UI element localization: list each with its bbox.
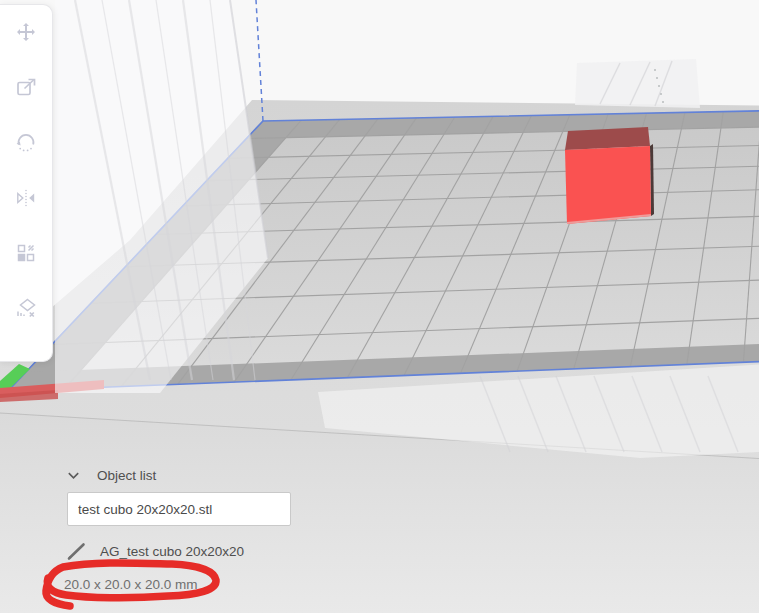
scale-tool-button[interactable] — [11, 76, 41, 100]
model-cube[interactable] — [565, 127, 654, 224]
lay-flat-icon — [14, 296, 38, 320]
lay-flat-tool-button[interactable] — [11, 296, 41, 320]
chevron-down-icon — [66, 468, 81, 483]
dimensions-label: 20.0 x 20.0 x 20.0 mm — [64, 577, 198, 592]
scale-icon — [14, 76, 38, 100]
pencil-icon — [64, 540, 89, 562]
object-name-input[interactable] — [67, 492, 291, 526]
mirror-icon — [14, 186, 38, 210]
move-icon — [14, 21, 38, 45]
rotate-tool-button[interactable] — [11, 131, 41, 155]
object-list-header[interactable]: Object list — [66, 468, 156, 483]
rotate-icon — [14, 131, 38, 155]
part-row[interactable]: AG_test cubo 20x20x20 — [64, 540, 244, 562]
slicer-window: Object list AG_test cubo 20x20x20 20.0 x… — [0, 0, 759, 613]
part-label: AG_test cubo 20x20x20 — [100, 544, 244, 559]
arrange-tool-button[interactable] — [11, 241, 41, 265]
object-list-title: Object list — [97, 468, 156, 483]
mirror-tool-button[interactable] — [11, 186, 41, 210]
printer-frame-back-block — [575, 59, 700, 108]
move-tool-button[interactable] — [11, 21, 41, 45]
arrange-icon — [14, 241, 38, 265]
transform-toolbar — [0, 4, 53, 362]
